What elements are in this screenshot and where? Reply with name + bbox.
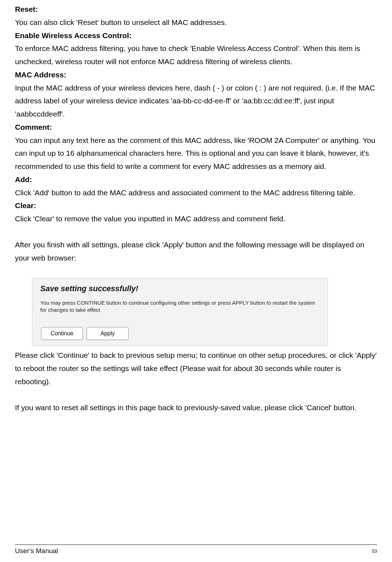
- apply-button[interactable]: Apply: [87, 327, 129, 340]
- save-success-dialog: Save setting successfully! You may press…: [32, 278, 328, 346]
- document-body: Reset: You can also click 'Reset' button…: [15, 0, 377, 414]
- dialog-text: You may press CONTINUE button to continu…: [40, 299, 320, 314]
- heading-enable: Enable Wireless Access Control:: [15, 29, 377, 42]
- text-add: Click 'Add' button to add the MAC addres…: [15, 186, 377, 200]
- dialog-button-row: Continue Apply: [41, 327, 320, 340]
- heading-comment: Comment:: [15, 121, 377, 134]
- text-reset: You can also click 'Reset' button to uns…: [15, 16, 377, 29]
- text-apply-intro: After you finish with all settings, plea…: [15, 238, 377, 265]
- dialog-title: Save setting successfully!: [40, 282, 320, 296]
- page-number: 53: [372, 548, 377, 554]
- heading-mac: MAC Address:: [15, 68, 377, 82]
- heading-add: Add:: [15, 173, 377, 186]
- text-mac: Input the MAC address of your wireless d…: [15, 82, 377, 121]
- heading-clear: Clear:: [15, 199, 377, 212]
- page-footer: User's Manual 53: [0, 545, 392, 562]
- text-comment: You can input any text here as the comme…: [15, 134, 377, 173]
- text-clear: Click 'Clear' to remove the value you in…: [15, 212, 377, 226]
- text-enable: To enforce MAC address filtering, you ha…: [15, 42, 377, 68]
- continue-button[interactable]: Continue: [41, 327, 83, 340]
- text-post-dialog-1: Please click 'Continue' to back to previ…: [15, 349, 377, 388]
- text-post-dialog-2: If you want to reset all settings in thi…: [15, 401, 377, 414]
- footer-title: User's Manual: [15, 547, 58, 555]
- heading-reset: Reset:: [15, 3, 377, 16]
